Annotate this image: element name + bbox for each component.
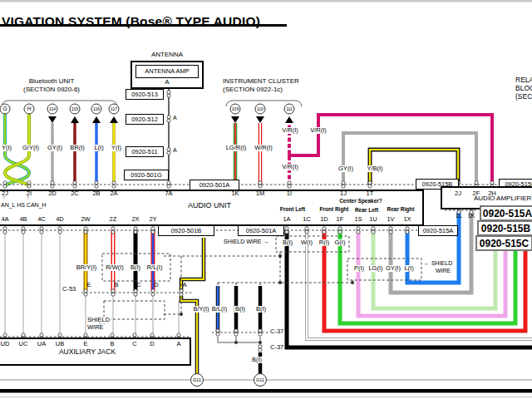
connector-symbol [475, 181, 478, 185]
connector-symbol [338, 227, 342, 230]
connector-symbol [40, 227, 43, 230]
connector-symbol [368, 185, 372, 188]
aux-jack-pins-A: A [176, 341, 180, 347]
connector-symbol [259, 348, 262, 352]
audio-unit-bottom-pins-2X: 2X [131, 216, 139, 223]
connector-symbol [167, 151, 170, 155]
audio-unit-bottom-pins-4B: 4B [19, 216, 27, 223]
connector-symbol [167, 94, 170, 97]
aux-jack-pins-UD: UD [1, 341, 10, 347]
connector-symbol [111, 227, 115, 230]
connector-symbol [389, 227, 392, 230]
amplifier-label: AUDIO AMPLIFIER [474, 195, 531, 202]
connector-symbol [95, 181, 98, 185]
audio-unit-label: AUDIO UNIT [188, 202, 231, 209]
stack-0920-515C: 0920-515C [475, 235, 532, 251]
wl-b2x: B(I) [130, 264, 141, 271]
terminal-label: 109 [232, 106, 239, 111]
audio-unit-top-pins-1I: 1I [287, 190, 292, 197]
antenna-amp-box: ANTENNA AMP [135, 65, 199, 78]
terminal-label: 110 [257, 106, 264, 111]
connector-symbol [73, 181, 76, 185]
wl-drain-b1: B(I) [234, 306, 246, 313]
connector-symbol [40, 333, 43, 337]
connector-symbol [84, 333, 87, 337]
wl-vr-1: V/R(I) [281, 127, 299, 134]
amplifier-top-pins-2J: 2J [455, 190, 461, 197]
junction-dot [278, 281, 282, 284]
connector-symbol [167, 116, 170, 119]
terminal-label: 117 [111, 106, 117, 111]
wl-gnd-b: B(I) [251, 357, 263, 363]
c53-pins-D: D [154, 282, 158, 288]
audio-unit-bottom-pins-1F: 1F [337, 216, 344, 223]
connector-symbol [259, 345, 262, 348]
connector-symbol [305, 227, 308, 230]
connector-symbol [406, 230, 409, 234]
connector-symbol [111, 289, 115, 293]
connector-symbol [305, 230, 308, 234]
connector-symbol [259, 185, 262, 188]
center-speaker-note: Center Speaker? [339, 199, 382, 204]
audio-unit-top-pins-2B: 2B [92, 190, 100, 197]
connector-symbol [3, 185, 7, 188]
wl-spk-w: W(I) [300, 239, 313, 246]
audio-unit-top-pins-2C: 2C [71, 190, 79, 197]
audio-unit-top-pins-2J: 2J [2, 190, 8, 197]
connector-symbol [167, 185, 170, 188]
connector-symbol [133, 333, 136, 337]
rear-left-label: Rear Left [355, 208, 378, 214]
code-0920-512: 0920-512 [126, 114, 164, 125]
connector-symbol [167, 91, 170, 94]
code-0920-511: 0920-511 [126, 146, 164, 157]
arrow-up-icon [71, 116, 79, 123]
wl-bl: B/L(I) [211, 306, 228, 313]
wl-yb: Y/B(I) [366, 165, 383, 172]
connector-symbol [357, 230, 360, 234]
connector-symbol [111, 293, 115, 296]
connector-symbol [216, 332, 219, 336]
aux-jack-pins-E: E [83, 341, 87, 347]
wl-by: B/Y(I) [192, 306, 209, 313]
code-0920-501A-bottom: 0920-501A [238, 225, 284, 236]
aux-jack-pins-UB: UB [56, 341, 64, 347]
junction-dot [278, 254, 282, 258]
connector-symbol [177, 333, 180, 337]
connector-symbol [27, 181, 31, 185]
connector-symbol [84, 227, 87, 230]
arrow-up-icon [92, 116, 101, 123]
ground-label: G11 [256, 377, 264, 382]
connector-symbol [216, 329, 219, 332]
arrow-up-icon [285, 116, 293, 123]
connector-symbol [84, 293, 87, 296]
bottom-border [0, 389, 532, 393]
connector-symbol [406, 227, 409, 230]
connector-symbol [234, 329, 238, 332]
wl-bt-br: BR(I) [69, 145, 86, 151]
connector-symbol [3, 230, 7, 234]
connector-symbol [368, 181, 372, 185]
antenna-pin-a: A [165, 79, 169, 86]
wl-spk-l: L(I) [403, 265, 414, 272]
wl-vr-2: V/R(I) [309, 127, 328, 134]
audio-unit-top-pins-2D: 2D [48, 190, 57, 197]
c53-pins-A: A [182, 282, 186, 288]
audio-unit-top-pins-1T: 1T [367, 190, 374, 197]
front-left-label: Front Left [280, 207, 305, 213]
page-title: VIGATION SYSTEM (Bose® TYPE AUDIO) [2, 14, 260, 29]
shield-label-front: SHIELD WIRE → [223, 239, 269, 244]
bluetooth-name: Bluetooth UNIT [29, 78, 75, 85]
code-0920-501B: 0920-501B [158, 225, 214, 236]
audio-unit-bottom-pins-1C: 1C [303, 216, 311, 223]
audio-unit-top-pins-7A: 7A [165, 190, 172, 197]
stack-0920-515A: 0920-515A [480, 205, 532, 221]
junction-dot [351, 281, 354, 284]
audio-unit-bottom-pins-2W: 2W [81, 216, 90, 223]
connector-symbol [285, 230, 288, 234]
wl-spk-b: B(I) [282, 239, 293, 246]
connector-symbol [40, 230, 43, 234]
audio-unit-bottom-pins-4D: 4D [56, 216, 64, 223]
connector-symbol [389, 230, 392, 234]
connector-symbol [259, 181, 262, 185]
wl-rl: R/L(I) [146, 264, 164, 271]
